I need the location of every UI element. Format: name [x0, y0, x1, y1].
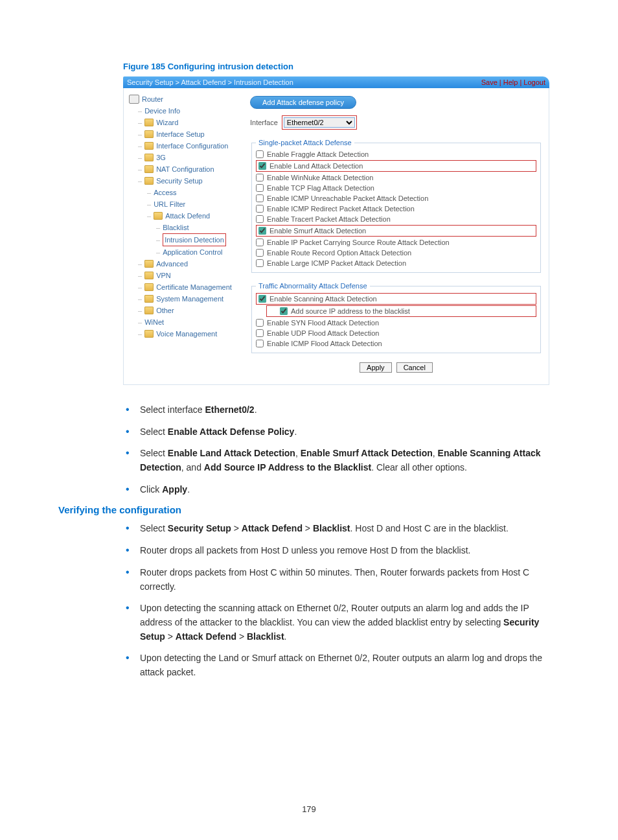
single-packet-group: Single-packet Attack Defense Enable Frag… [251, 139, 541, 273]
nav-item[interactable]: –Other [129, 305, 236, 316]
list-item: Upon detecting the scanning attack on Et… [123, 601, 556, 644]
breadcrumb: Security Setup > Attack Defend > Intrusi… [127, 78, 293, 86]
instructions-1: Select interface Ethernet0/2. Select Ena… [123, 403, 556, 496]
nav-item[interactable]: –Blacklist [129, 222, 236, 233]
option-label: Enable Land Attack Detection [269, 162, 363, 170]
breadcrumb-bar: Security Setup > Attack Defend > Intrusi… [123, 76, 549, 88]
option-checkbox[interactable] [258, 295, 266, 303]
option-row: Enable Smurf Attack Detection [256, 225, 536, 237]
folder-icon [144, 295, 154, 303]
nav-item[interactable]: –System Management [129, 293, 236, 305]
save-link[interactable]: Save [481, 78, 498, 86]
list-item: Upon detecting the Land or Smurf attack … [123, 651, 556, 679]
option-checkbox[interactable] [256, 174, 264, 181]
nav-item[interactable]: –Wizard [129, 117, 236, 128]
option-checkbox[interactable] [256, 259, 264, 267]
nav-item[interactable]: –Device Info [129, 105, 236, 117]
option-label: Enable ICMP Flood Attack Detection [267, 340, 382, 347]
option-label: Enable WinNuke Attack Detection [267, 174, 373, 181]
option-checkbox[interactable] [256, 319, 264, 327]
add-policy-button[interactable]: Add Attack defense policy [250, 96, 356, 109]
option-label: Enable Fraggle Attack Detection [267, 150, 369, 158]
option-row: Enable ICMP Unreachable Packet Attack De… [256, 193, 536, 204]
option-checkbox[interactable] [256, 215, 264, 223]
instructions-2: Select Security Setup > Attack Defend > … [123, 522, 556, 679]
option-checkbox[interactable] [256, 329, 264, 337]
apply-button[interactable]: Apply [360, 362, 392, 373]
nav-item[interactable]: –Certificate Management [129, 281, 236, 293]
folder-icon [144, 272, 154, 279]
folder-icon [144, 307, 154, 314]
figure-title: Figure 185 Configuring intrusion detecti… [123, 62, 556, 71]
option-label: Add source IP address to the blacklist [291, 307, 410, 315]
nav-item[interactable]: –Interface Configuration [129, 140, 236, 152]
list-item: Router drops packets from Host C within … [123, 566, 556, 594]
nav-item[interactable]: –Application Control [129, 246, 236, 258]
option-row: Enable WinNuke Attack Detection [256, 172, 536, 183]
content-pane: Add Attack defense policy Interface Ethe… [238, 88, 549, 384]
option-row: Enable ICMP Flood Attack Detection [256, 338, 536, 349]
folder-icon [144, 154, 154, 161]
folder-icon [144, 165, 154, 173]
list-item: Router drops all packets from Host D unl… [123, 544, 556, 558]
option-checkbox[interactable] [256, 239, 264, 246]
option-row: Enable TCP Flag Attack Detection [256, 183, 536, 193]
nav-item[interactable]: –Security Setup [129, 175, 236, 187]
option-checkbox[interactable] [258, 227, 266, 235]
nav-item[interactable]: –3G [129, 152, 236, 163]
option-label: Enable Scanning Attack Detection [269, 295, 377, 303]
option-label: Enable ICMP Redirect Packet Attack Detec… [267, 205, 415, 213]
option-checkbox[interactable] [256, 249, 264, 257]
nav-item[interactable]: –Intrusion Detection [129, 233, 236, 246]
option-label: Enable TCP Flag Attack Detection [267, 184, 374, 192]
interface-row: Interface Ethernet0/2 [250, 115, 542, 130]
option-label: Enable IP Packet Carrying Source Route A… [267, 239, 450, 246]
option-checkbox[interactable] [258, 162, 266, 170]
list-item: Select Enable Attack Defense Policy. [123, 425, 556, 439]
logout-link[interactable]: Logout [523, 78, 545, 86]
nav-item[interactable]: –VPN [129, 270, 236, 281]
option-row: Enable ICMP Redirect Packet Attack Detec… [256, 204, 536, 214]
router-icon [129, 95, 139, 104]
option-checkbox[interactable] [256, 340, 264, 347]
list-item: Select Security Setup > Attack Defend > … [123, 522, 556, 536]
option-label: Enable Smurf Attack Detection [269, 227, 366, 235]
option-row: Enable Large ICMP Packet Attack Detectio… [256, 258, 536, 268]
interface-label: Interface [250, 119, 278, 126]
option-checkbox[interactable] [280, 307, 288, 315]
option-row: Enable SYN Flood Attack Detection [256, 318, 536, 328]
option-checkbox[interactable] [256, 194, 264, 202]
option-row: Enable Route Record Option Attack Detect… [256, 248, 536, 258]
nav-tree: Router –Device Info–Wizard–Interface Set… [124, 88, 238, 384]
nav-item[interactable]: –Advanced [129, 258, 236, 270]
group2-legend: Traffic Abnormality Attack Defense [256, 282, 370, 290]
traffic-abnormality-group: Traffic Abnormality Attack Defense Enabl… [251, 282, 541, 353]
option-row: Enable Fraggle Attack Detection [256, 149, 536, 159]
interface-select[interactable]: Ethernet0/2 [284, 117, 355, 128]
help-link[interactable]: Help [503, 78, 518, 86]
nav-root[interactable]: Router [129, 93, 236, 105]
option-row: Enable Scanning Attack Detection [256, 293, 536, 305]
option-label: Enable Route Record Option Attack Detect… [267, 249, 411, 257]
group1-legend: Single-packet Attack Defense [256, 139, 354, 146]
nav-item[interactable]: –NAT Configuration [129, 163, 236, 175]
option-checkbox[interactable] [256, 150, 264, 158]
nav-item[interactable]: –Access [129, 187, 236, 198]
nav-item[interactable]: –Interface Setup [129, 128, 236, 140]
nav-item[interactable]: –URL Filter [129, 198, 236, 210]
option-label: Enable Large ICMP Packet Attack Detectio… [267, 259, 406, 267]
folder-icon [144, 142, 154, 150]
list-item: Select interface Ethernet0/2. [123, 403, 556, 417]
nav-item[interactable]: –WiNet [129, 316, 236, 328]
option-checkbox[interactable] [256, 205, 264, 213]
folder-icon [144, 330, 154, 338]
option-row: Add source IP address to the blacklist [266, 305, 536, 317]
option-row: Enable IP Packet Carrying Source Route A… [256, 237, 536, 248]
option-label: Enable Tracert Packet Attack Detection [267, 215, 391, 223]
folder-icon [144, 119, 154, 126]
nav-item[interactable]: –Voice Management [129, 328, 236, 340]
option-checkbox[interactable] [256, 184, 264, 192]
folder-icon [144, 177, 154, 185]
nav-item[interactable]: –Attack Defend [129, 210, 236, 222]
cancel-button[interactable]: Cancel [396, 362, 433, 373]
